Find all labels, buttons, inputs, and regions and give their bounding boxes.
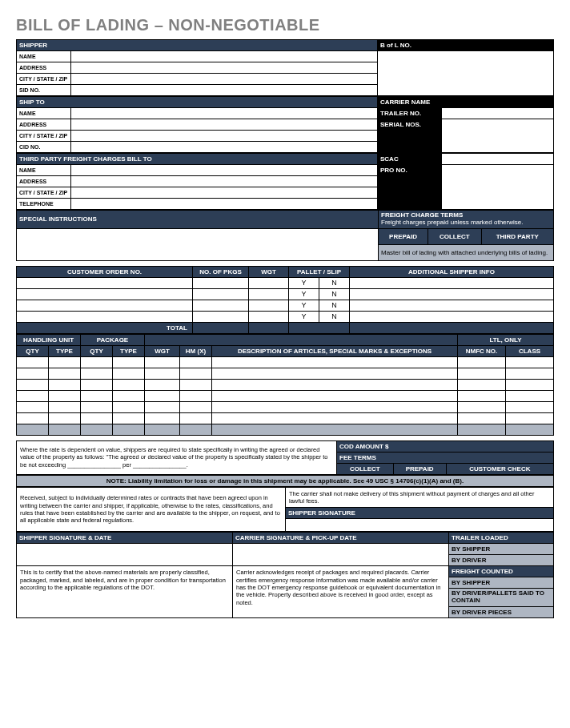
hcell[interactable] [113,368,145,379]
prepaid-button[interactable]: PREPAID [379,228,428,244]
order-cell[interactable] [350,277,554,288]
hcell[interactable] [506,390,554,401]
hcell[interactable] [145,390,180,401]
hcell[interactable] [212,368,458,379]
hcell[interactable] [81,368,113,379]
hcell[interactable] [458,412,506,424]
hcell[interactable] [145,368,180,379]
hcell[interactable] [81,390,113,401]
trailer-field[interactable] [442,108,554,119]
hcell[interactable] [113,401,145,412]
hcell[interactable] [506,356,554,368]
hcell[interactable] [212,390,458,401]
hcell[interactable] [212,401,458,412]
order-cell[interactable] [249,288,289,300]
hcell[interactable] [113,356,145,368]
shipto-csz-field[interactable] [71,131,378,142]
order-cell[interactable] [350,311,554,322]
hcell[interactable] [17,368,49,379]
order-cell[interactable] [17,277,193,288]
shipto-address-field[interactable] [71,119,378,131]
hcell[interactable] [17,356,49,368]
order-cell[interactable] [249,277,289,288]
shipper-sigdate-field[interactable] [17,544,233,566]
hcell[interactable] [81,356,113,368]
hcell[interactable] [49,368,81,379]
carrier-sigdate-field[interactable] [233,544,449,566]
collect-button[interactable]: COLLECT [428,228,481,244]
hcell[interactable] [81,401,113,412]
order-cell[interactable] [193,300,249,311]
order-cell[interactable] [249,300,289,311]
hcell[interactable] [145,379,180,390]
by-shipper-1[interactable]: BY SHIPPER [449,544,554,555]
pro-field[interactable] [442,165,554,210]
hcell[interactable] [506,412,554,424]
hcell[interactable] [180,379,212,390]
hcell[interactable] [180,401,212,412]
hcell[interactable] [49,412,81,424]
order-cell[interactable] [17,288,193,300]
pallet-y[interactable]: Y [289,311,319,322]
hcell[interactable] [180,356,212,368]
hcell[interactable] [506,401,554,412]
order-cell[interactable] [193,311,249,322]
hcell[interactable] [49,390,81,401]
pallet-y[interactable]: Y [289,288,319,300]
hcell[interactable] [113,390,145,401]
hcell[interactable] [506,368,554,379]
hcell[interactable] [49,379,81,390]
hcell[interactable] [458,379,506,390]
pallet-n[interactable]: N [319,311,350,322]
scac-field[interactable] [442,154,554,165]
third-address-field[interactable] [71,176,378,187]
order-cell[interactable] [350,300,554,311]
hcell[interactable] [113,412,145,424]
hcell[interactable] [17,401,49,412]
pallet-n[interactable]: N [319,288,350,300]
thirdparty-button[interactable]: THIRD PARTY [481,228,553,244]
order-cell[interactable] [17,311,193,322]
hcell[interactable] [17,379,49,390]
shipto-cid-field[interactable] [71,142,378,153]
order-cell[interactable] [17,300,193,311]
hcell[interactable] [212,379,458,390]
hcell[interactable] [17,412,49,424]
order-cell[interactable] [193,288,249,300]
hcell[interactable] [17,390,49,401]
by-driver-pallets[interactable]: BY DRIVER/PALLETS SAID TO CONTAIN [449,589,554,607]
shipper-sig-field[interactable] [286,519,554,532]
hcell[interactable] [212,412,458,424]
hcell[interactable] [458,368,506,379]
hcell[interactable] [180,412,212,424]
shipper-address-field[interactable] [71,62,378,74]
hcell[interactable] [145,401,180,412]
cod-check-button[interactable]: CUSTOMER CHECK [446,463,553,474]
third-name-field[interactable] [71,165,378,176]
order-cell[interactable] [193,277,249,288]
hcell[interactable] [49,356,81,368]
order-cell[interactable] [350,288,554,300]
by-driver-1[interactable]: BY DRIVER [449,555,554,566]
shipto-name-field[interactable] [71,108,378,119]
order-cell[interactable] [249,311,289,322]
shipper-name-field[interactable] [71,51,378,62]
by-shipper-2[interactable]: BY SHIPPER [449,577,554,589]
hcell[interactable] [506,379,554,390]
pallet-y[interactable]: Y [289,277,319,288]
hcell[interactable] [180,390,212,401]
pallet-y[interactable]: Y [289,300,319,311]
hcell[interactable] [212,356,458,368]
cod-collect-button[interactable]: COLLECT [337,463,394,474]
hcell[interactable] [81,412,113,424]
hcell[interactable] [458,356,506,368]
by-driver-pieces[interactable]: BY DRIVER PIECES [449,606,554,617]
pallet-n[interactable]: N [319,300,350,311]
special-field[interactable] [17,228,379,260]
cod-prepaid-button[interactable]: PREPAID [393,463,446,474]
hcell[interactable] [458,390,506,401]
third-tel-field[interactable] [71,199,378,210]
hcell[interactable] [145,412,180,424]
hcell[interactable] [113,379,145,390]
shipper-sid-field[interactable] [71,85,378,96]
